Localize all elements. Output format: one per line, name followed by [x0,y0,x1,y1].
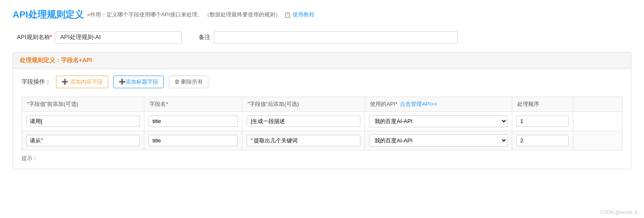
field-ops-row: 字段操作： ➕ 添加内容字段 ➕添加标题字段 🗑 删除所有 [21,76,623,88]
form-group-name: API规则名称* [17,31,182,44]
rules-section-body: 字段操作： ➕ 添加内容字段 ➕添加标题字段 🗑 删除所有 "字段值"前添加(可… [13,69,631,169]
rules-table: "字段值"前添加(可选) 字段名* "字段值"后添加(可选) 使用的API* 点… [21,97,623,150]
row-1-post-add-input[interactable] [247,135,360,146]
delete-all-label: 🗑 删除所有 [174,78,203,86]
tutorial-link[interactable]: 📋 使用教程 [284,11,314,18]
row-1-action-cell [573,131,623,150]
manage-api-link[interactable]: 点击管理API>> [400,100,437,108]
th-api: 使用的API* 点击管理API>> [365,97,512,112]
row-0-post-add-input[interactable] [247,116,360,127]
hint-row: 提示： [21,155,623,162]
form-group-note: 备注 [199,31,458,44]
th-order: 处理顺序 [512,97,573,112]
row-0-field-name-input[interactable] [149,116,238,127]
form-row: API规则名称* 备注 [13,31,631,44]
note-label: 备注 [199,34,210,41]
page-header: API处理规则定义 »作用：定义哪个字段使用哪个API接口来处理。 （数据处理最… [13,8,631,21]
page-container: API处理规则定义 »作用：定义哪个字段使用哪个API接口来处理。 （数据处理最… [0,0,644,218]
row-1-pre-add-input[interactable] [26,135,140,146]
add-content-field-button[interactable]: ➕ 添加内容字段 [56,76,108,88]
name-label: API规则名称* [17,34,52,41]
tutorial-label: 使用教程 [293,11,314,18]
add-title-field-button[interactable]: ➕添加标题字段 [113,76,164,88]
row-0-pre-add-input[interactable] [26,116,140,127]
row-0-api-select[interactable]: 我的百度AI-API其他API [369,115,507,127]
page-title: API处理规则定义 [13,8,84,21]
row-0-order-input[interactable] [516,116,569,127]
add-content-label: ➕ 添加内容字段 [61,78,103,86]
add-title-label: ➕添加标题字段 [119,78,158,86]
row-1-field-name-input[interactable] [149,135,238,146]
note-input[interactable] [214,31,458,44]
watermark: CSDN @moshi_6 [601,210,637,215]
th-post-add: "字段值"后添加(可选) [242,97,365,112]
field-ops-label: 字段操作： [21,78,51,86]
delete-all-button[interactable]: 🗑 删除所有 [169,76,209,88]
row-1-api-select[interactable]: 我的百度AI-API其他API [369,134,507,147]
rules-section-header: 处理规则定义：字段名+API [13,53,631,69]
page-subtitle: »作用：定义哪个字段使用哪个API接口来处理。 （数据处理最终要使用的规则） [87,11,281,18]
table-header-row: "字段值"前添加(可选) 字段名* "字段值"后添加(可选) 使用的API* 点… [22,97,623,112]
rules-section: 处理规则定义：字段名+API 字段操作： ➕ 添加内容字段 ➕添加标题字段 🗑 … [13,52,631,169]
table-row: 我的百度AI-API其他API [22,112,623,131]
th-field-name: 字段名* [144,97,242,112]
api-rule-name-input[interactable] [56,31,182,44]
row-1-order-input[interactable] [516,135,569,146]
rules-section-title: 处理规则定义：字段名+API [20,57,92,63]
th-action [573,97,623,112]
table-row: 我的百度AI-API其他API [22,131,623,150]
th-pre-add: "字段值"前添加(可选) [22,97,144,112]
hint-label: 提示： [21,155,38,161]
tutorial-icon: 📋 [284,12,291,18]
row-0-action-cell [573,112,623,131]
